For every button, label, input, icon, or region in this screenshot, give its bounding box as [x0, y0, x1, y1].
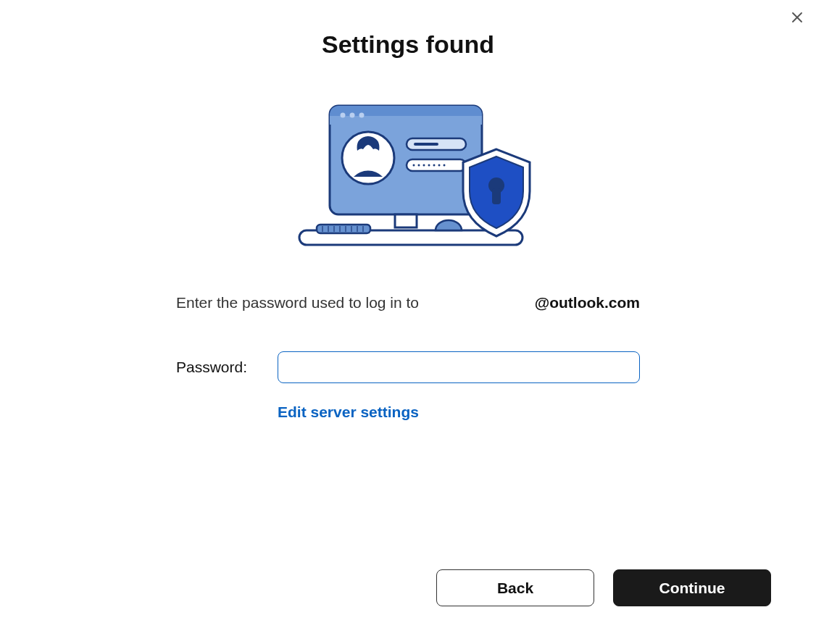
email-display: @outlook.com: [535, 294, 640, 311]
back-button[interactable]: Back: [436, 569, 594, 606]
password-input[interactable]: [278, 351, 640, 383]
svg-point-15: [423, 164, 425, 167]
svg-point-18: [438, 164, 441, 167]
svg-point-7: [359, 113, 365, 118]
password-row: Password:: [176, 351, 640, 383]
settings-found-dialog: Settings found: [0, 0, 816, 421]
svg-rect-11: [414, 143, 438, 146]
instruction-text: Enter the password used to log in to: [176, 294, 419, 311]
link-row: Edit server settings: [176, 403, 640, 421]
login-illustration: [285, 99, 531, 251]
svg-point-6: [350, 113, 355, 118]
svg-rect-32: [492, 188, 501, 204]
svg-point-17: [433, 164, 436, 167]
svg-rect-20: [395, 214, 417, 227]
svg-point-13: [413, 164, 415, 167]
svg-rect-12: [407, 159, 466, 171]
svg-point-14: [418, 164, 420, 167]
instruction-row: Enter the password used to log in to @ou…: [176, 294, 640, 311]
svg-point-19: [444, 164, 446, 167]
dialog-title: Settings found: [322, 30, 494, 59]
svg-point-5: [341, 113, 346, 118]
button-row: Back Continue: [436, 569, 771, 606]
close-button[interactable]: [788, 10, 806, 28]
close-icon: [791, 11, 804, 27]
password-label: Password:: [176, 359, 278, 376]
svg-rect-22: [317, 225, 370, 233]
continue-button[interactable]: Continue: [613, 569, 771, 606]
svg-point-16: [428, 164, 430, 167]
edit-server-settings-link[interactable]: Edit server settings: [278, 403, 419, 420]
